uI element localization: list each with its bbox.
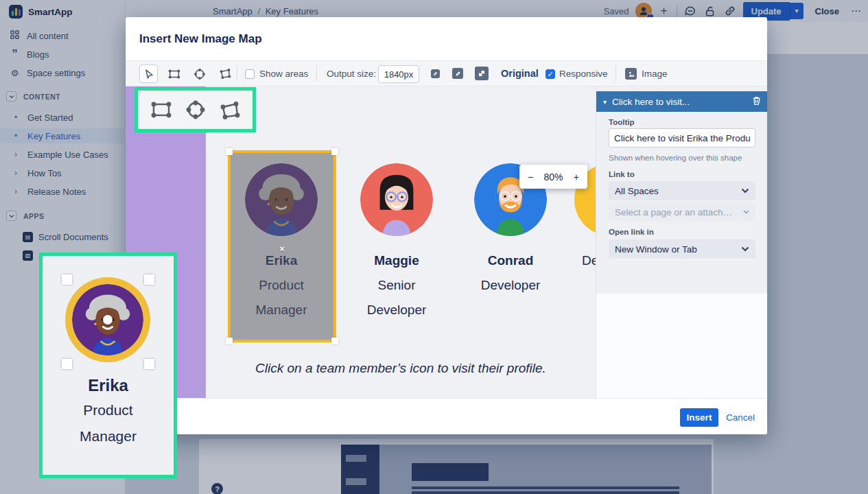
zoom-in-button[interactable]: + [574,172,579,183]
responsive-label: Responsive [559,69,608,79]
insert-image-map-dialog: Insert New Image Map Show areas Output s… [126,17,767,434]
resize-handle[interactable] [144,359,154,369]
chevron-down-icon [743,210,749,214]
show-areas-checkbox[interactable] [245,69,255,79]
shape-properties-panel: ▾ Click here to visit... Tooltip Shown w… [596,86,767,398]
space-select-value: All Spaces [615,186,741,196]
zoom-level: 80% [543,172,563,183]
open-link-in-label: Open link in [609,228,654,236]
polygon-tool-button[interactable] [215,64,234,83]
image-icon[interactable] [625,68,637,80]
rectangle-tool-icon [150,99,173,120]
open-link-in-select[interactable]: New Window or Tab [609,239,755,259]
resize-handle[interactable] [144,274,154,285]
show-areas-label: Show areas [259,69,308,79]
page-select[interactable]: Select a page or an attach… [609,203,755,221]
insert-button[interactable]: Insert [680,408,718,427]
annotation-shape-tools [134,87,256,132]
circle-tool-button[interactable] [190,64,209,83]
resize-handle[interactable] [331,338,338,344]
shape-panel-header[interactable]: ▾ Click here to visit... [596,91,767,112]
avatar-maggie[interactable] [360,163,433,236]
space-select[interactable]: All Spaces [609,181,755,200]
shape-center-handle[interactable] [103,315,113,325]
size-small-icon[interactable] [431,69,440,78]
link-to-label: Link to [609,170,635,178]
resize-handle[interactable] [331,148,338,155]
resize-handle[interactable] [226,338,233,344]
divider [237,66,237,82]
member-role: Manager [43,428,174,445]
caret-down-icon: ▾ [603,98,607,106]
dialog-footer: Insert Cancel [126,398,767,434]
chevron-down-icon [741,188,749,193]
image-map-toolbar: Show areas Output size: Original ✓ Respo… [126,60,767,86]
original-size-button[interactable]: Original [501,68,539,79]
annotation-selected-circle: Erika Product Manager [39,252,177,478]
member-name: Conrad [456,248,565,273]
member-role: Product [43,402,174,419]
image-map-canvas: Erika Product Manager Maggie Senior Deve… [126,86,767,398]
resize-handle[interactable] [226,148,233,155]
output-size-label: Output size: [327,69,376,79]
responsive-checkbox[interactable]: ✓ [546,69,555,79]
select-tool-button[interactable] [139,64,158,83]
resize-handle[interactable] [62,359,72,369]
image-caption: Click on a team member’s icon to visit t… [206,361,596,376]
page-select-placeholder: Select a page or an attach… [615,207,743,217]
dialog-title: Insert New Image Map [139,32,262,46]
size-large-icon[interactable] [475,67,489,80]
divider [615,66,616,82]
chevron-down-icon [741,246,749,252]
delete-shape-button[interactable] [752,95,761,108]
mapped-image: Erika Product Manager Maggie Senior Deve… [206,86,596,398]
open-link-in-value: New Window or Tab [615,244,741,255]
shape-center-marker[interactable]: × [279,244,285,254]
zoom-control: − 80% + [519,165,587,189]
member-role: Developer [556,248,596,273]
divider [316,66,317,82]
member-role: Developer [456,273,565,298]
output-size-input[interactable] [378,65,419,83]
selected-shape-erika[interactable]: × [228,150,336,342]
rectangle-tool-button[interactable] [165,64,183,83]
image-button-label[interactable]: Image [642,69,668,79]
member-name: Maggie [342,248,451,273]
polygon-tool-icon [218,99,242,121]
panel-empty-area [596,294,767,398]
member-role: Developer [342,298,451,322]
member-role: Senior [342,273,451,298]
resize-handle[interactable] [62,274,72,285]
zoom-out-button[interactable]: − [528,172,533,183]
shape-panel-title: Click here to visit... [612,97,747,107]
tooltip-help-text: Shown when hovering over this shape [609,154,742,162]
size-medium-icon[interactable] [452,68,463,79]
circle-tool-icon [185,99,207,121]
tooltip-input[interactable] [609,128,755,148]
team-member-maggie: Maggie Senior Developer [342,163,451,322]
cancel-button[interactable]: Cancel [726,412,755,423]
member-name: Erika [43,376,174,395]
tooltip-label: Tooltip [609,118,634,126]
